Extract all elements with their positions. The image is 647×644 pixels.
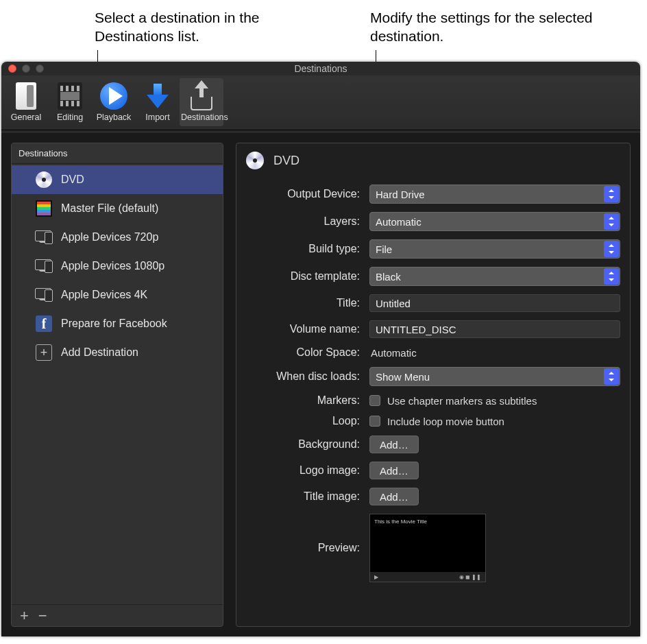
destination-item-apple-720p[interactable]: Apple Devices 720p [12, 223, 223, 252]
destination-label: Apple Devices 720p [61, 231, 158, 243]
destination-label: Apple Devices 1080p [61, 260, 164, 272]
destination-label: DVD [61, 174, 84, 186]
title-image-add-button[interactable]: Add… [369, 488, 419, 505]
label-title-image: Title image: [246, 490, 363, 503]
destinations-sidebar: Destinations DVD Master File (default) A… [11, 143, 223, 627]
color-space-value: Automatic [369, 347, 620, 359]
titlebar: Destinations [1, 62, 640, 75]
playback-icon [100, 82, 127, 110]
tab-label: Destinations [181, 112, 222, 122]
destinations-list: DVD Master File (default) Apple Devices … [12, 164, 223, 604]
layers-select[interactable]: Automatic [369, 212, 620, 231]
logo-image-add-button[interactable]: Add… [369, 462, 419, 479]
destination-item-facebook[interactable]: f Prepare for Facebook [12, 309, 223, 338]
editing-icon [58, 82, 82, 110]
window-minimize-button[interactable] [22, 64, 30, 73]
devices-icon [35, 288, 53, 302]
markers-checkbox-label: Use chapter markers as subtitles [387, 395, 537, 407]
plus-box-icon: + [36, 344, 52, 361]
import-icon [144, 82, 171, 110]
label-build-type: Build type: [246, 243, 363, 255]
play-icon: ▶ [374, 574, 378, 580]
tab-label: General [5, 112, 47, 122]
label-background: Background: [246, 438, 363, 451]
preview-controls: ▶ ◉ ◼ ❚❚ [370, 572, 485, 582]
tab-destinations[interactable]: Destinations [180, 78, 223, 126]
when-disc-loads-select[interactable]: Show Menu [369, 367, 620, 386]
label-title: Title: [246, 297, 363, 309]
label-logo-image: Logo image: [246, 464, 363, 477]
destination-label: Prepare for Facebook [61, 318, 167, 330]
volume-name-input[interactable] [369, 320, 620, 338]
label-volume-name: Volume name: [246, 323, 363, 335]
label-when-disc-loads: When disc loads: [246, 370, 363, 383]
sidebar-header: Destinations [12, 143, 223, 164]
label-color-space: Color Space: [246, 346, 363, 359]
label-preview: Preview: [246, 542, 363, 554]
window-title: Destinations [1, 63, 640, 74]
tab-playback[interactable]: Playback [92, 78, 136, 126]
output-device-select[interactable]: Hard Drive [369, 184, 620, 204]
facebook-icon: f [36, 315, 52, 332]
preferences-window: Destinations General Editing Playback Im… [1, 62, 640, 636]
loop-checkbox[interactable] [369, 416, 380, 427]
callout-right: Modify the settings for the selected des… [370, 8, 644, 46]
tab-label: Playback [93, 112, 134, 122]
destination-label: Add Destination [61, 346, 138, 359]
destination-item-add[interactable]: + Add Destination [12, 338, 223, 367]
tab-import[interactable]: Import [136, 78, 180, 126]
title-input[interactable] [369, 294, 620, 312]
destination-detail-pane: DVD Output Device: Hard Drive Layers: Au… [236, 143, 631, 627]
disc-template-select[interactable]: Black [369, 267, 620, 286]
destination-item-master-file[interactable]: Master File (default) [12, 194, 223, 223]
label-output-device: Output Device: [246, 188, 363, 200]
remove-destination-button[interactable]: − [38, 608, 47, 623]
tab-editing[interactable]: Editing [48, 78, 92, 126]
preview-thumbnail: This is the Movie Title ▶ ◉ ◼ ❚❚ [369, 514, 486, 582]
destination-label: Apple Devices 4K [61, 289, 147, 301]
preview-buttons-icon: ◉ ◼ ❚❚ [459, 574, 481, 580]
devices-icon [35, 259, 53, 273]
disc-icon [246, 152, 264, 169]
callout-left: Select a destination in the Destinations… [95, 8, 341, 46]
markers-checkbox[interactable] [369, 395, 380, 406]
background-add-button[interactable]: Add… [369, 436, 419, 453]
preview-title-text: This is the Movie Title [374, 518, 481, 525]
destinations-icon [191, 82, 212, 110]
destination-item-apple-4k[interactable]: Apple Devices 4K [12, 281, 223, 309]
destination-item-dvd[interactable]: DVD [12, 165, 223, 194]
general-icon [16, 82, 36, 110]
add-destination-button[interactable]: + [20, 608, 29, 623]
window-zoom-button[interactable] [36, 64, 44, 73]
tab-label: Import [137, 112, 178, 122]
label-markers: Markers: [246, 394, 363, 407]
label-loop: Loop: [246, 415, 363, 427]
window-close-button[interactable] [8, 64, 16, 73]
filmstrip-icon [36, 200, 52, 217]
disc-icon [36, 171, 52, 188]
label-disc-template: Disc template: [246, 270, 363, 283]
loop-checkbox-label: Include loop movie button [387, 416, 504, 427]
label-layers: Layers: [246, 215, 363, 228]
tab-label: Editing [49, 112, 90, 122]
destination-item-apple-1080p[interactable]: Apple Devices 1080p [12, 252, 223, 281]
tab-general[interactable]: General [4, 78, 48, 126]
toolbar: General Editing Playback Import Destinat… [1, 75, 640, 130]
build-type-select[interactable]: File [369, 239, 620, 259]
devices-icon [35, 230, 53, 244]
detail-title: DVD [273, 154, 300, 168]
destination-label: Master File (default) [61, 202, 158, 215]
